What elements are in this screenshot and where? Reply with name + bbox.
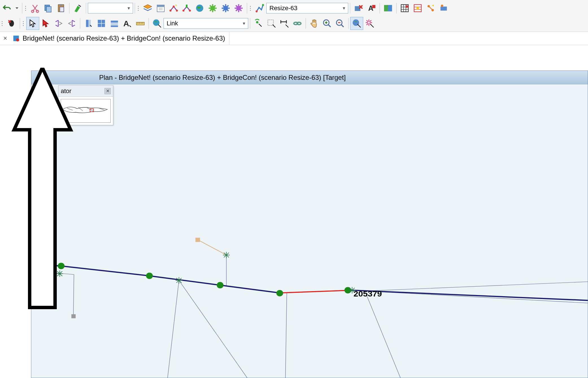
dimension-pointer-tool[interactable] [278, 17, 291, 30]
marker-button[interactable] [71, 2, 84, 15]
calendar-button[interactable] [154, 2, 167, 15]
grid-delete-button[interactable] [398, 2, 411, 15]
document-icon [12, 35, 20, 42]
document-tab[interactable]: BridgeNet! (scenario Resize-63) + Bridge… [8, 32, 229, 45]
split-right-tool[interactable] [65, 17, 78, 30]
svg-line-35 [227, 5, 228, 6]
svg-point-81 [256, 21, 259, 24]
pan-tool[interactable] [308, 17, 321, 30]
bug-delete-button[interactable] [5, 17, 18, 30]
svg-point-122 [217, 282, 223, 289]
split-left-tool[interactable] [52, 17, 65, 30]
svg-line-108 [73, 274, 74, 316]
plan-window-titlebar[interactable]: Plan - BridgeNet! (scenario Resize-63) +… [31, 71, 588, 84]
last-toolbar-button[interactable] [437, 2, 450, 15]
broadcast-pointer-tool[interactable] [252, 17, 265, 30]
grid-highlight-button[interactable] [411, 2, 424, 15]
scenario-exclude-button[interactable] [352, 2, 365, 15]
svg-rect-67 [88, 20, 91, 27]
zoom-in-tool[interactable] [321, 17, 334, 30]
svg-rect-52 [401, 5, 408, 12]
svg-rect-72 [111, 23, 118, 25]
svg-point-14 [182, 10, 184, 12]
svg-line-24 [214, 10, 215, 11]
close-all-icon[interactable]: ✕ [2, 35, 8, 41]
svg-point-46 [262, 4, 264, 6]
workspace: Plan - BridgeNet! (scenario Resize-63) +… [0, 45, 588, 378]
toolbar-grip[interactable] [138, 3, 140, 14]
gear-blue-button[interactable] [219, 2, 232, 15]
svg-rect-82 [268, 20, 273, 25]
chain-tool[interactable] [291, 17, 304, 30]
svg-line-34 [223, 10, 224, 11]
paste-button[interactable] [55, 2, 67, 15]
svg-point-45 [256, 10, 258, 12]
svg-point-87 [297, 22, 301, 25]
label-tool[interactable]: A [121, 17, 134, 30]
svg-rect-117 [195, 238, 200, 242]
chevron-down-icon: ▼ [241, 21, 247, 26]
svg-line-114 [365, 282, 588, 291]
network-marker-button[interactable] [180, 2, 193, 15]
gear-purple-button[interactable] [232, 2, 245, 15]
combo-value: Link [165, 20, 241, 27]
document-tabstrip: ✕ BridgeNet! (scenario Resize-63) + Brid… [0, 32, 588, 45]
svg-line-109 [167, 280, 179, 378]
red-pointer-tool[interactable] [39, 17, 52, 30]
network-graph[interactable]: 205379 [31, 84, 588, 378]
svg-line-102 [367, 23, 368, 25]
svg-line-111 [286, 292, 287, 378]
svg-point-64 [441, 5, 443, 7]
layer-button[interactable] [141, 2, 154, 15]
cut-button[interactable] [29, 2, 42, 15]
svg-point-105 [16, 38, 19, 41]
toolbar-combo-empty[interactable]: ▼ [88, 3, 133, 14]
process-route-button[interactable] [424, 2, 437, 15]
svg-rect-51 [388, 5, 392, 12]
svg-line-33 [227, 10, 228, 11]
globe-button[interactable] [193, 2, 206, 15]
globe-pointer-tool[interactable] [350, 17, 363, 30]
toolbar-grip[interactable] [25, 3, 27, 14]
select-grid-tool[interactable] [95, 17, 108, 30]
zoom-out-tool[interactable] [334, 17, 347, 30]
toolbar-row-1: ▼ Resi [0, 1, 588, 16]
font-color-button[interactable]: A [365, 2, 378, 15]
svg-line-107 [31, 271, 74, 274]
toolbar-grip[interactable] [250, 3, 252, 14]
link-type-combo[interactable]: Link ▼ [164, 18, 248, 29]
toolbar-grip[interactable] [2, 18, 4, 29]
toolbar-grip[interactable] [23, 18, 25, 29]
pointer-tool[interactable] [26, 17, 39, 30]
toolbar-area: ▼ Resi [0, 0, 588, 32]
svg-line-26 [214, 5, 215, 6]
svg-rect-71 [111, 21, 118, 23]
gear-green-button[interactable] [206, 2, 219, 15]
chevron-down-icon: ▼ [126, 6, 132, 10]
scenario-combo[interactable]: Resize-63 ▼ [266, 3, 348, 14]
measure-tool[interactable] [134, 17, 147, 30]
dashed-pointer-tool[interactable] [265, 17, 278, 30]
globe-select-tool[interactable] [151, 17, 164, 30]
svg-line-110 [179, 280, 247, 378]
route-button[interactable] [253, 2, 266, 15]
svg-line-119 [280, 290, 352, 293]
svg-rect-118 [71, 314, 76, 318]
burst-pointer-tool[interactable] [363, 17, 376, 30]
svg-rect-75 [136, 22, 144, 25]
undo-button[interactable] [1, 2, 14, 15]
undo-dropdown[interactable] [14, 2, 20, 15]
svg-rect-63 [441, 6, 447, 10]
svg-line-113 [365, 291, 588, 303]
svg-line-42 [240, 10, 241, 11]
svg-rect-49 [372, 5, 375, 8]
select-rows-tool[interactable] [108, 17, 121, 30]
plan-canvas[interactable]: ator ✕ [31, 84, 588, 378]
svg-point-12 [173, 6, 175, 8]
svg-rect-16 [186, 5, 188, 8]
network-wizard-button[interactable] [167, 2, 180, 15]
copy-button[interactable] [42, 2, 55, 15]
map-compare-button[interactable] [382, 2, 395, 15]
svg-rect-66 [86, 20, 89, 27]
select-column-tool[interactable] [82, 17, 95, 30]
